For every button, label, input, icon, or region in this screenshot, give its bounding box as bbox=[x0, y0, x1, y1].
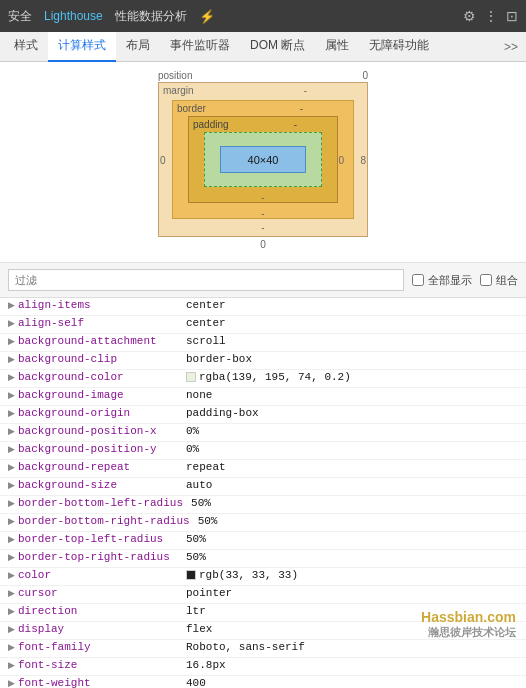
property-value: scroll bbox=[186, 335, 226, 347]
table-row: ▶cursorpointer bbox=[0, 586, 526, 604]
tab-more-icon[interactable]: >> bbox=[500, 40, 522, 54]
tab-styles[interactable]: 样式 bbox=[4, 32, 48, 62]
property-value: flex bbox=[186, 623, 212, 635]
tab-security[interactable]: 安全 bbox=[8, 8, 32, 25]
color-swatch[interactable] bbox=[186, 372, 196, 382]
property-name: background-position-x bbox=[18, 425, 178, 437]
dash1: - bbox=[261, 192, 264, 203]
right-value: 8 bbox=[360, 154, 366, 165]
property-name: border-top-left-radius bbox=[18, 533, 178, 545]
undock-icon[interactable]: ⊡ bbox=[506, 8, 518, 24]
expand-arrow-icon[interactable]: ▶ bbox=[8, 318, 15, 328]
property-name: cursor bbox=[18, 587, 178, 599]
property-name: color bbox=[18, 569, 178, 581]
filter-all-checkbox[interactable] bbox=[412, 274, 424, 286]
box-model-area: position 0 margin - border - padding - bbox=[0, 62, 526, 263]
expand-arrow-icon[interactable]: ▶ bbox=[8, 660, 15, 670]
table-row: ▶border-bottom-left-radius50% bbox=[0, 496, 526, 514]
top-bar: 安全 Lighthouse 性能数据分析 ⚡ ⚙ ⋮ ⊡ bbox=[0, 0, 526, 32]
expand-arrow-icon[interactable]: ▶ bbox=[8, 606, 15, 616]
top-bar-icons: ⚙ ⋮ ⊡ bbox=[463, 8, 518, 24]
table-row: ▶background-repeatrepeat bbox=[0, 460, 526, 478]
property-value: pointer bbox=[186, 587, 232, 599]
property-value: 0% bbox=[186, 425, 199, 437]
tab-lighthouse[interactable]: Lighthouse bbox=[44, 9, 103, 23]
tab-layout[interactable]: 布局 bbox=[116, 32, 160, 62]
padding-label: padding bbox=[193, 119, 229, 130]
property-value: 50% bbox=[191, 497, 211, 509]
filter-group-label: 组合 bbox=[496, 273, 518, 288]
filter-input[interactable] bbox=[8, 269, 404, 291]
property-value: auto bbox=[186, 479, 212, 491]
margin-value: - bbox=[304, 85, 307, 96]
property-name: display bbox=[18, 623, 178, 635]
tab-dom-breakpoints[interactable]: DOM 断点 bbox=[240, 32, 315, 62]
settings-icon[interactable]: ⚙ bbox=[463, 8, 476, 24]
expand-arrow-icon[interactable]: ▶ bbox=[8, 336, 15, 346]
property-name: direction bbox=[18, 605, 178, 617]
color-swatch[interactable] bbox=[186, 570, 196, 580]
expand-arrow-icon[interactable]: ▶ bbox=[8, 678, 15, 688]
expand-arrow-icon[interactable]: ▶ bbox=[8, 498, 15, 508]
expand-arrow-icon[interactable]: ▶ bbox=[8, 516, 15, 526]
table-row: ▶background-sizeauto bbox=[0, 478, 526, 496]
filter-area: 全部显示 组合 bbox=[0, 263, 526, 298]
property-name: background-size bbox=[18, 479, 178, 491]
expand-arrow-icon[interactable]: ▶ bbox=[8, 426, 15, 436]
expand-arrow-icon[interactable]: ▶ bbox=[8, 462, 15, 472]
tab-computed[interactable]: 计算样式 bbox=[48, 32, 116, 62]
expand-arrow-icon[interactable]: ▶ bbox=[8, 534, 15, 544]
property-value: border-box bbox=[186, 353, 252, 365]
table-row: ▶background-colorrgba(139, 195, 74, 0.2) bbox=[0, 370, 526, 388]
expand-arrow-icon[interactable]: ▶ bbox=[8, 570, 15, 580]
tab-event-listeners[interactable]: 事件监听器 bbox=[160, 32, 240, 62]
tab-properties[interactable]: 属性 bbox=[315, 32, 359, 62]
tab-perf[interactable]: 性能数据分析 bbox=[115, 8, 187, 25]
filter-group-checkbox[interactable] bbox=[480, 274, 492, 286]
tab-bar: 样式 计算样式 布局 事件监听器 DOM 断点 属性 无障碍功能 >> bbox=[0, 32, 526, 62]
left-value: 0 bbox=[160, 154, 166, 165]
expand-arrow-icon[interactable]: ▶ bbox=[8, 480, 15, 490]
box-model-container: position 0 margin - border - padding - bbox=[16, 70, 510, 250]
property-value: none bbox=[186, 389, 212, 401]
property-value: Roboto, sans-serif bbox=[186, 641, 305, 653]
table-row: ▶border-top-left-radius50% bbox=[0, 532, 526, 550]
expand-arrow-icon[interactable]: ▶ bbox=[8, 372, 15, 382]
table-row: ▶font-size16.8px bbox=[0, 658, 526, 676]
margin-label: margin bbox=[163, 85, 194, 96]
table-row: ▶background-position-x0% bbox=[0, 424, 526, 442]
property-value: ltr bbox=[186, 605, 206, 617]
dash3: - bbox=[261, 222, 264, 233]
property-name: background-position-y bbox=[18, 443, 178, 455]
table-row: ▶font-familyRoboto, sans-serif bbox=[0, 640, 526, 658]
table-row: ▶displayflex bbox=[0, 622, 526, 640]
property-name: align-self bbox=[18, 317, 178, 329]
property-value: 50% bbox=[198, 515, 218, 527]
tab-extra[interactable]: ⚡ bbox=[199, 9, 215, 24]
table-row: ▶background-attachmentscroll bbox=[0, 334, 526, 352]
expand-arrow-icon[interactable]: ▶ bbox=[8, 624, 15, 634]
content-size: 40×40 bbox=[248, 154, 279, 166]
property-value: repeat bbox=[186, 461, 226, 473]
property-name: background-attachment bbox=[18, 335, 178, 347]
position-label: position bbox=[158, 70, 192, 81]
expand-arrow-icon[interactable]: ▶ bbox=[8, 408, 15, 418]
right-value2: 0 bbox=[338, 154, 344, 165]
property-value: center bbox=[186, 299, 226, 311]
property-name: background-clip bbox=[18, 353, 178, 365]
position-value: 0 bbox=[362, 70, 368, 81]
property-value: center bbox=[186, 317, 226, 329]
expand-arrow-icon[interactable]: ▶ bbox=[8, 588, 15, 598]
expand-arrow-icon[interactable]: ▶ bbox=[8, 390, 15, 400]
tab-accessibility[interactable]: 无障碍功能 bbox=[359, 32, 439, 62]
expand-arrow-icon[interactable]: ▶ bbox=[8, 354, 15, 364]
expand-arrow-icon[interactable]: ▶ bbox=[8, 300, 15, 310]
expand-arrow-icon[interactable]: ▶ bbox=[8, 642, 15, 652]
expand-arrow-icon[interactable]: ▶ bbox=[8, 444, 15, 454]
property-name: background-origin bbox=[18, 407, 178, 419]
property-name: background-image bbox=[18, 389, 178, 401]
property-value: 50% bbox=[186, 533, 206, 545]
more-icon[interactable]: ⋮ bbox=[484, 8, 498, 24]
bottom-value: 0 bbox=[260, 239, 266, 250]
expand-arrow-icon[interactable]: ▶ bbox=[8, 552, 15, 562]
